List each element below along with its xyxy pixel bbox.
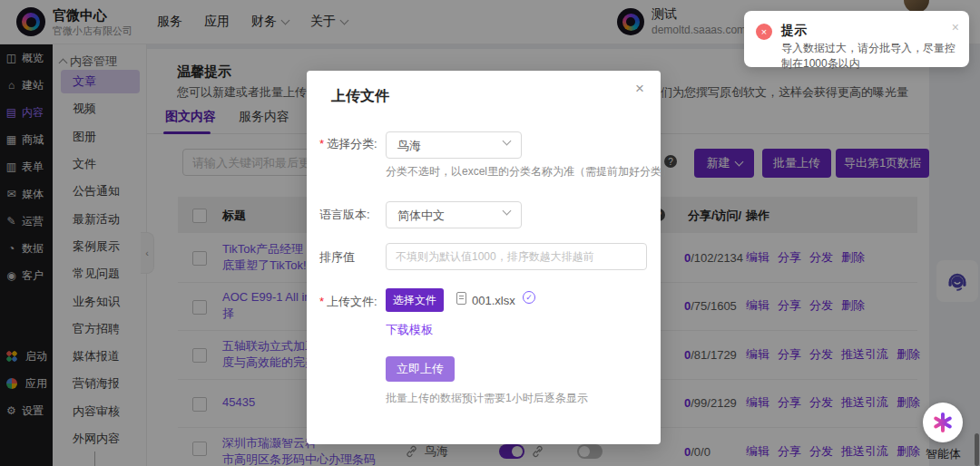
upload-dialog: 上传文件 × *选择分类: 鸟海 分类不选时，以excel里的分类名称为准（需提… bbox=[307, 71, 661, 444]
file-icon bbox=[456, 292, 466, 305]
chevron-down-icon bbox=[503, 207, 512, 216]
language-select[interactable]: 简体中文 bbox=[386, 201, 522, 228]
error-toast: × 提示 × 导入数据过大，请分批导入，尽量控制在1000条以内 bbox=[744, 11, 969, 67]
upload-note: 批量上传的数据预计需要1小时后逐条显示 bbox=[386, 391, 588, 406]
category-label: *选择分类: bbox=[319, 136, 377, 152]
sort-input[interactable] bbox=[386, 243, 647, 270]
language-label: 语言版本: bbox=[319, 207, 370, 223]
required-mark: * bbox=[319, 295, 324, 308]
upload-label: *上传文件: bbox=[319, 294, 377, 310]
dialog-title: 上传文件 bbox=[331, 87, 389, 106]
category-value: 鸟海 bbox=[397, 138, 421, 154]
category-select[interactable]: 鸟海 bbox=[386, 131, 522, 159]
download-template-link[interactable]: 下载模板 bbox=[386, 322, 433, 338]
upload-now-button[interactable]: 立即上传 bbox=[386, 356, 455, 382]
toast-message: 导入数据过大，请分批导入，尽量控制在1000条以内 bbox=[781, 41, 963, 72]
required-mark: * bbox=[319, 137, 324, 150]
language-value: 简体中文 bbox=[397, 208, 445, 224]
category-help-text: 分类不选时，以excel里的分类名称为准（需提前加好分类） bbox=[386, 164, 672, 180]
check-circle-icon[interactable]: ✓ bbox=[523, 291, 535, 304]
chevron-down-icon bbox=[503, 137, 512, 146]
close-icon[interactable]: × bbox=[952, 20, 959, 34]
error-icon: × bbox=[756, 24, 772, 40]
ai-agent-widget[interactable] bbox=[923, 403, 963, 442]
close-icon[interactable]: × bbox=[632, 76, 648, 102]
ai-agent-label: 智能体 bbox=[926, 446, 961, 462]
choose-file-button[interactable]: 选择文件 bbox=[386, 288, 444, 312]
toast-title: 提示 bbox=[781, 23, 807, 39]
file-name: 001.xlsx bbox=[472, 294, 515, 307]
sort-label: 排序值 bbox=[319, 249, 355, 266]
